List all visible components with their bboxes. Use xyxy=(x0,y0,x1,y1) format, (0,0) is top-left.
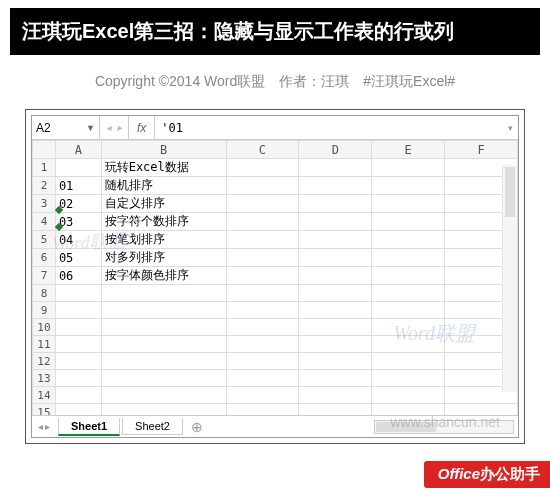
cell[interactable] xyxy=(372,231,445,249)
column-header-C[interactable]: C xyxy=(226,141,299,159)
cell[interactable] xyxy=(372,267,445,285)
cell[interactable] xyxy=(226,177,299,195)
cell[interactable] xyxy=(226,195,299,213)
row-header[interactable]: 11 xyxy=(33,336,56,353)
cell[interactable] xyxy=(372,319,445,336)
name-box[interactable]: A2 ▼ xyxy=(32,116,100,139)
cell[interactable]: 自定义排序 xyxy=(101,195,226,213)
cell[interactable]: 按笔划排序 xyxy=(101,231,226,249)
cell[interactable] xyxy=(226,302,299,319)
cell[interactable] xyxy=(372,159,445,177)
cell[interactable] xyxy=(226,370,299,387)
cell[interactable]: 对多列排序 xyxy=(101,249,226,267)
row-header[interactable]: 13 xyxy=(33,370,56,387)
select-all-corner[interactable] xyxy=(33,141,56,159)
spreadsheet-grid[interactable]: A B C D E F 1玩转Excel数据201随机排序302自定义排序403… xyxy=(32,140,518,415)
cell[interactable] xyxy=(372,353,445,370)
cell[interactable] xyxy=(101,353,226,370)
cell[interactable] xyxy=(299,404,372,416)
fx-button[interactable]: fx xyxy=(129,116,155,139)
cell[interactable] xyxy=(226,285,299,302)
row-header[interactable]: 7 xyxy=(33,267,56,285)
cell[interactable] xyxy=(299,159,372,177)
row-header[interactable]: 4 xyxy=(33,213,56,231)
cell[interactable]: 按字体颜色排序 xyxy=(101,267,226,285)
cell[interactable] xyxy=(226,336,299,353)
row-header[interactable]: 8 xyxy=(33,285,56,302)
add-sheet-button[interactable]: ⊕ xyxy=(183,419,211,435)
cell[interactable] xyxy=(299,231,372,249)
cell[interactable] xyxy=(299,213,372,231)
cell[interactable] xyxy=(299,319,372,336)
horizontal-scroll-thumb[interactable] xyxy=(376,422,436,432)
column-header-D[interactable]: D xyxy=(299,141,372,159)
cell[interactable] xyxy=(299,370,372,387)
cell[interactable] xyxy=(372,302,445,319)
cell[interactable] xyxy=(55,302,101,319)
cell[interactable]: 按字符个数排序 xyxy=(101,213,226,231)
cell[interactable] xyxy=(299,336,372,353)
cell[interactable] xyxy=(226,159,299,177)
cell[interactable]: 06 xyxy=(55,267,101,285)
row-header[interactable]: 6 xyxy=(33,249,56,267)
cell[interactable] xyxy=(372,177,445,195)
cell[interactable] xyxy=(101,370,226,387)
nav-left-icon[interactable]: ◂ xyxy=(106,122,111,133)
cell[interactable]: 随机排序 xyxy=(101,177,226,195)
row-header[interactable]: 1 xyxy=(33,159,56,177)
row-header[interactable]: 3 xyxy=(33,195,56,213)
cell[interactable] xyxy=(226,319,299,336)
cell[interactable] xyxy=(55,159,101,177)
name-box-dropdown-icon[interactable]: ▼ xyxy=(86,123,95,133)
cell[interactable] xyxy=(101,285,226,302)
cell[interactable] xyxy=(372,370,445,387)
cell[interactable] xyxy=(372,285,445,302)
cell[interactable] xyxy=(55,319,101,336)
column-header-F[interactable]: F xyxy=(445,141,518,159)
row-header[interactable]: 14 xyxy=(33,387,56,404)
formula-input[interactable]: '01 xyxy=(155,116,502,139)
cell[interactable] xyxy=(55,387,101,404)
cell[interactable] xyxy=(55,285,101,302)
cell[interactable] xyxy=(445,404,518,416)
cell[interactable] xyxy=(55,370,101,387)
vertical-scrollbar[interactable] xyxy=(502,165,517,392)
horizontal-scrollbar[interactable] xyxy=(374,420,514,434)
cell[interactable] xyxy=(101,387,226,404)
cell[interactable] xyxy=(101,336,226,353)
row-header[interactable]: 15 xyxy=(33,404,56,416)
column-header-A[interactable]: A xyxy=(55,141,101,159)
column-header-B[interactable]: B xyxy=(101,141,226,159)
cell[interactable] xyxy=(299,285,372,302)
row-header[interactable]: 9 xyxy=(33,302,56,319)
cell[interactable] xyxy=(299,249,372,267)
cell[interactable] xyxy=(372,195,445,213)
cell[interactable] xyxy=(55,353,101,370)
cell[interactable] xyxy=(372,404,445,416)
cell[interactable] xyxy=(226,267,299,285)
cell[interactable] xyxy=(299,195,372,213)
cell[interactable] xyxy=(372,336,445,353)
row-header[interactable]: 5 xyxy=(33,231,56,249)
row-header[interactable]: 2 xyxy=(33,177,56,195)
sheet-tab-sheet2[interactable]: Sheet2 xyxy=(122,418,183,435)
cell[interactable] xyxy=(226,387,299,404)
cell[interactable] xyxy=(299,177,372,195)
cell[interactable] xyxy=(226,231,299,249)
cell[interactable] xyxy=(101,319,226,336)
cell[interactable] xyxy=(101,302,226,319)
tab-next-icon[interactable]: ▸ xyxy=(45,421,50,432)
cell[interactable] xyxy=(226,353,299,370)
cell[interactable] xyxy=(299,302,372,319)
cell[interactable] xyxy=(299,353,372,370)
column-header-E[interactable]: E xyxy=(372,141,445,159)
cell[interactable] xyxy=(55,336,101,353)
cell[interactable] xyxy=(299,267,372,285)
vertical-scroll-thumb[interactable] xyxy=(505,167,515,217)
sheet-tab-sheet1[interactable]: Sheet1 xyxy=(58,418,120,436)
cell[interactable]: 玩转Excel数据 xyxy=(101,159,226,177)
nav-right-icon[interactable]: ▸ xyxy=(117,122,122,133)
cell[interactable] xyxy=(226,213,299,231)
cell[interactable] xyxy=(101,404,226,416)
cell[interactable] xyxy=(372,249,445,267)
